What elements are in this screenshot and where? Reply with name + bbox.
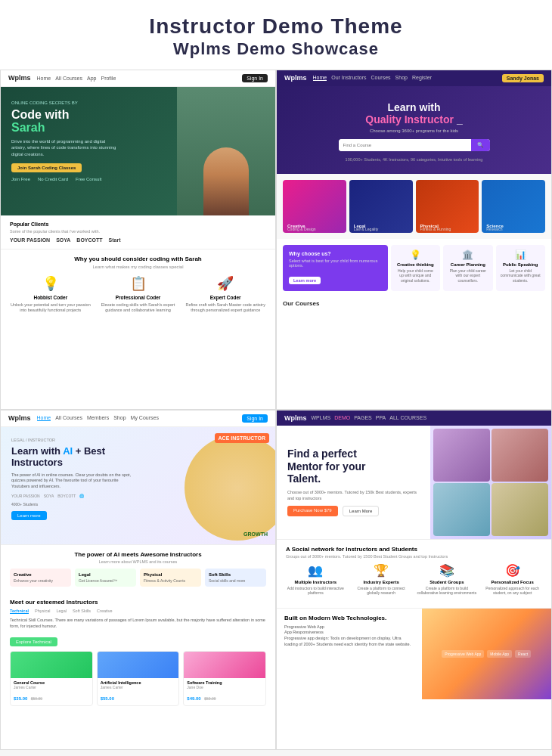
- ai-text: AI: [63, 445, 73, 457]
- cell3-logo-2: SOYA: [44, 494, 54, 498]
- cell3-power: The power of AI meets Awesome Instructor…: [1, 544, 275, 593]
- target-icon: 🎯: [482, 563, 542, 578]
- cell1-nav-profile[interactable]: Profile: [101, 76, 116, 81]
- cell2-cat-science-sub: Research: [486, 227, 502, 231]
- cell3-pc-creative: Creative Enhance your creativity: [10, 569, 71, 587]
- cell2-hero-headline: Learn with Quality Instructor _: [287, 101, 541, 125]
- tab-technical[interactable]: Technical: [10, 609, 29, 614]
- cell4-modern-left: Built on Modern Web Technologies. Progre…: [277, 609, 422, 699]
- cell3-nav-shop[interactable]: Shop: [113, 415, 126, 421]
- cell4-nav-ppa[interactable]: PPA: [376, 415, 386, 420]
- cell2-cat-physical[interactable]: Physical Fitness & Running: [416, 180, 479, 233]
- cell2-search-input[interactable]: [339, 139, 471, 151]
- cell1-nav-courses[interactable]: All Courses: [55, 76, 82, 81]
- cell4-feat3-title: Student Groups: [417, 580, 477, 584]
- cell4-nav-demo[interactable]: DEMO: [334, 415, 350, 420]
- cell1-signin-btn[interactable]: Sign In: [242, 74, 268, 82]
- cell3-nav-courses[interactable]: All Courses: [55, 415, 82, 421]
- cell3-nav-home[interactable]: Home: [37, 415, 51, 421]
- tab-softskills[interactable]: Soft Skills: [73, 609, 91, 614]
- client-logo-4: Start: [109, 237, 121, 243]
- cell2-nav-instructors[interactable]: Our Instructors: [331, 75, 366, 81]
- cell3-pc-creative-title: Creative: [14, 572, 67, 577]
- cell3-nav-members[interactable]: Members: [87, 415, 109, 421]
- cell2-learn-btn[interactable]: Learn more: [289, 277, 321, 284]
- cell4-hero-headline: Find a perfectMentor for yourTalent.: [287, 448, 420, 485]
- cell3-pc-legal: Legal Get Licence Assured™: [75, 569, 136, 587]
- cell2-nav-home[interactable]: Home: [313, 75, 327, 81]
- circle-decoration: [185, 435, 275, 541]
- cell1-cta-btn[interactable]: Join Sarah Coding Classes: [11, 163, 82, 172]
- cell1-nav-home[interactable]: Home: [37, 76, 51, 81]
- cell2-nav-courses[interactable]: Courses: [371, 75, 391, 81]
- cell4-nav-pages[interactable]: PAGES: [354, 415, 372, 420]
- page-header: Instructor Demo Theme Wplms Demo Showcas…: [0, 0, 552, 70]
- cell3-logo-1: YOUR PASSION: [11, 494, 40, 498]
- cell1-feat3-title: Expert Coder: [185, 295, 266, 300]
- cell2-bottom: Why choose us? Select what is best for y…: [277, 239, 551, 297]
- rocket-icon: 🚀: [185, 275, 266, 292]
- cell2-feat-career: 🏛️ Career Planning Plan your child caree…: [443, 245, 492, 291]
- cell-quality: Wplms Home Our Instructors Courses Shop …: [276, 70, 552, 410]
- cell1-navlinks: Home All Courses App Profile: [37, 76, 237, 81]
- book-icon: 📚: [417, 563, 477, 578]
- cell1-hero: ONLINE CODING SECRETS BY Code with Sarah…: [1, 87, 275, 215]
- cell3-learn-btn[interactable]: Learn more: [11, 511, 47, 520]
- cell3-esteemed: Meet our esteemed Instructors Technical …: [1, 593, 275, 712]
- cell1-nav-app[interactable]: App: [87, 76, 96, 81]
- cell3-signin-btn[interactable]: Sign In: [242, 414, 268, 423]
- cell4-nav-wplms[interactable]: WPLMS: [312, 415, 331, 420]
- cell2-nav-register[interactable]: Register: [412, 75, 432, 81]
- cell3-nav: Wplms Home All Courses Members Shop My C…: [1, 411, 275, 427]
- cell2-logo: Wplms: [284, 74, 307, 82]
- cell4-tech-items: Progressive Web App Mobile App React: [439, 647, 534, 661]
- cell4-feat4-desc: Personalized approach for each student, …: [482, 586, 542, 596]
- cell1-link-free[interactable]: Join Free: [11, 177, 30, 181]
- cell1-clients: Popular Clients Some of the popular clie…: [1, 215, 275, 249]
- cell2-hero-desc: Choose among 3600+ programs for the kids: [287, 129, 541, 133]
- cell2-cat-science[interactable]: Science Research: [482, 180, 545, 233]
- cell2-cat-legal[interactable]: Legal Law & Legality: [349, 180, 413, 233]
- cell1-why-subtitle: Learn what makes my coding classes speci…: [10, 265, 266, 269]
- cell3-course-2-author: James Carter: [101, 685, 176, 689]
- cell1-feature-2: 📋 Professional Coder Elevate coding skil…: [98, 275, 179, 314]
- tab-legal[interactable]: Legal: [56, 609, 66, 614]
- cell2-cat-legal-sub: Law & Legality: [354, 227, 379, 231]
- cell-sarah: Wplms Home All Courses App Profile Sign …: [0, 70, 276, 410]
- cell4-purchase-btn[interactable]: Purchase Now $79: [287, 506, 338, 516]
- cell3-course-1-price: $35.00: [14, 696, 27, 701]
- cell3-power-cards: Creative Enhance your creativity Legal G…: [10, 569, 266, 587]
- tab-physical[interactable]: Physical: [35, 609, 50, 614]
- cell-ai: Wplms Home All Courses Members Shop My C…: [0, 410, 276, 750]
- cell1-link-consult[interactable]: Free Consult: [76, 177, 101, 181]
- cell4-learnmore-btn[interactable]: Learn More: [343, 506, 380, 516]
- tab-creative[interactable]: Creative: [97, 609, 112, 614]
- cell4-mentor-3: [433, 483, 490, 536]
- cell3-course-2-price: $55.00: [101, 696, 114, 701]
- cell2-user-btn[interactable]: Sandy Jonas: [502, 74, 544, 82]
- cell3-course-1[interactable]: General Course James Carter $35.00 $59.9…: [10, 651, 93, 706]
- search-icon[interactable]: 🔍: [471, 139, 490, 151]
- cell3-course-2[interactable]: Artificial Intelligence James Carter $55…: [97, 651, 180, 706]
- cell4-modern: Built on Modern Web Technologies. Progre…: [277, 608, 551, 699]
- cell4-nav-allcourses[interactable]: ALL COURSES: [389, 415, 426, 420]
- cell3-hero-right: ACE INSTRUCTOR GROWTH: [147, 427, 275, 544]
- building-icon: 🏛️: [448, 249, 488, 260]
- cell2-nav-shop[interactable]: Shop: [395, 75, 408, 81]
- cell3-explore-btn[interactable]: Explore Technical: [10, 637, 57, 646]
- cell4-modern-title: Built on Modern Web Technologies.: [284, 615, 414, 621]
- cell2-cat-creative[interactable]: Creative Coding & Design: [283, 180, 346, 233]
- cell1-clients-title: Popular Clients: [10, 222, 266, 227]
- cell3-course-3[interactable]: Software Training Jane Doe $49.00 $59.99: [183, 651, 266, 706]
- chart-icon: 📊: [501, 249, 541, 260]
- cell2-feat-speaking: 📊 Public Speaking Let your child communi…: [496, 245, 545, 291]
- cell4-tech-3: React: [515, 650, 531, 658]
- client-logo-2: SOYA: [56, 237, 70, 243]
- cell4-navlinks: WPLMS DEMO PAGES PPA ALL COURSES: [312, 415, 544, 420]
- cell3-thumb-2: [98, 652, 179, 678]
- cell4-hero: Find a perfectMentor for yourTalent. Cho…: [277, 426, 551, 539]
- cell3-course-3-author: Jane Doe: [187, 685, 262, 689]
- cell1-nav: Wplms Home All Courses App Profile Sign …: [1, 70, 275, 87]
- cell3-nav-mycourses[interactable]: My Courses: [131, 415, 159, 421]
- cell4-hero-right: [430, 426, 551, 539]
